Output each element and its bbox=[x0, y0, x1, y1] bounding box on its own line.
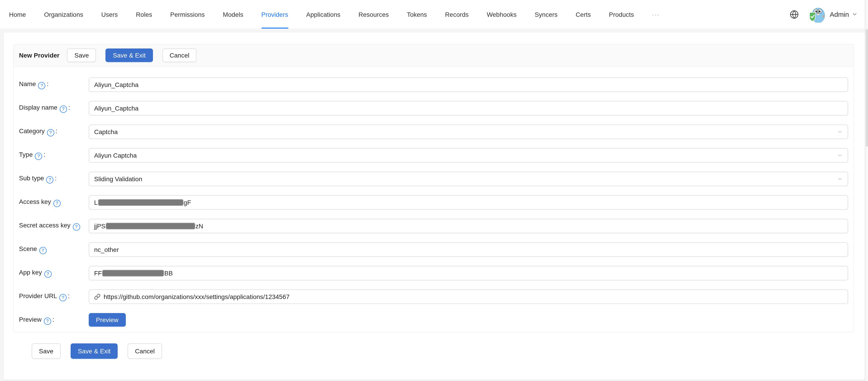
help-icon[interactable]: ? bbox=[60, 106, 67, 113]
top-nav: HomeOrganizationsUsersRolesPermissionsMo… bbox=[0, 0, 865, 29]
panel-body: Name?: Display name?: bbox=[13, 67, 854, 332]
nav-item-applications[interactable]: Applications bbox=[297, 0, 349, 29]
form-row-type: Type?: Aliyun Captcha bbox=[19, 148, 848, 163]
nav-item-products[interactable]: Products bbox=[600, 0, 643, 29]
field-label: Display name bbox=[19, 104, 58, 111]
form-row-preview: Preview?: Preview bbox=[19, 313, 848, 327]
header-cancel-button[interactable]: Cancel bbox=[162, 49, 197, 62]
help-icon[interactable]: ? bbox=[38, 82, 45, 89]
redaction-bar bbox=[102, 270, 164, 276]
nav-item-organizations[interactable]: Organizations bbox=[35, 0, 92, 29]
help-icon[interactable]: ? bbox=[39, 247, 46, 254]
access-key-input[interactable]: LgF bbox=[89, 195, 848, 210]
field-label: Scene bbox=[19, 245, 37, 252]
nav-item-home[interactable]: Home bbox=[0, 0, 35, 29]
help-icon[interactable]: ? bbox=[44, 318, 51, 325]
chevron-down-icon[interactable] bbox=[852, 11, 858, 17]
field-label: Secret access key bbox=[19, 222, 70, 229]
type-select[interactable]: Aliyun Captcha bbox=[89, 148, 848, 163]
language-globe-icon[interactable] bbox=[790, 10, 799, 19]
footer-save-exit-button[interactable]: Save & Exit bbox=[71, 343, 118, 359]
scene-input[interactable] bbox=[89, 242, 848, 257]
form-row-category: Category?: Captcha bbox=[19, 125, 848, 139]
app-key-input[interactable]: FFBB bbox=[89, 266, 848, 281]
redaction-bar bbox=[106, 223, 195, 229]
category-select[interactable]: Captcha bbox=[89, 125, 848, 139]
field-label: Preview bbox=[19, 316, 42, 323]
nav-item-webhooks[interactable]: Webhooks bbox=[478, 0, 526, 29]
link-icon bbox=[94, 294, 100, 300]
footer-actions: Save Save & Exit Cancel bbox=[32, 343, 865, 359]
help-icon[interactable]: ? bbox=[53, 200, 61, 207]
nav-right: Admin bbox=[790, 6, 865, 23]
content-card: New Provider Save Save & Exit Cancel Nam… bbox=[4, 33, 865, 380]
nav-item-more[interactable]: ··· bbox=[643, 0, 669, 29]
field-label: Access key bbox=[19, 198, 51, 205]
nav-item-models[interactable]: Models bbox=[214, 0, 252, 29]
preview-button[interactable]: Preview bbox=[89, 313, 126, 327]
name-input[interactable] bbox=[89, 78, 848, 92]
provider-url-value: https://github.com/organizations/xxx/set… bbox=[104, 293, 290, 300]
footer-cancel-button[interactable]: Cancel bbox=[128, 343, 162, 359]
form-row-display-name: Display name?: bbox=[19, 101, 848, 116]
help-icon[interactable]: ? bbox=[46, 176, 54, 183]
select-value: Aliyun Captcha bbox=[94, 152, 137, 159]
nav-item-roles[interactable]: Roles bbox=[127, 0, 161, 29]
nav-item-resources[interactable]: Resources bbox=[349, 0, 398, 29]
nav-item-syncers[interactable]: Syncers bbox=[526, 0, 567, 29]
user-menu-label[interactable]: Admin bbox=[830, 10, 849, 18]
field-label: Category bbox=[19, 127, 45, 135]
provider-url-input[interactable]: https://github.com/organizations/xxx/set… bbox=[89, 290, 848, 304]
header-save-exit-button[interactable]: Save & Exit bbox=[106, 49, 153, 62]
form-row-sub-type: Sub type?: Sliding Validation bbox=[19, 172, 848, 186]
form-row-access-key: Access key? LgF bbox=[19, 195, 848, 210]
help-icon[interactable]: ? bbox=[59, 294, 66, 301]
field-label: Provider URL bbox=[19, 292, 57, 299]
form-row-name: Name?: bbox=[19, 78, 848, 92]
field-label: App key bbox=[19, 269, 42, 276]
form-row-provider-url: Provider URL?: https://github.com/organi… bbox=[19, 290, 848, 304]
panel-header: New Provider Save Save & Exit Cancel bbox=[13, 45, 854, 67]
sub-type-select[interactable]: Sliding Validation bbox=[89, 172, 848, 186]
nav-item-permissions[interactable]: Permissions bbox=[161, 0, 214, 29]
help-icon[interactable]: ? bbox=[35, 153, 42, 160]
new-provider-panel: New Provider Save Save & Exit Cancel Nam… bbox=[13, 44, 854, 332]
nav-item-users[interactable]: Users bbox=[92, 0, 127, 29]
form-row-secret-access-key: Secret access key? jjPSzN bbox=[19, 219, 848, 233]
help-icon[interactable]: ? bbox=[47, 129, 54, 136]
field-label: Type bbox=[19, 151, 33, 158]
main-menu: HomeOrganizationsUsersRolesPermissionsMo… bbox=[0, 0, 669, 29]
chevron-down-icon bbox=[837, 153, 843, 158]
casdoor-app: HomeOrganizationsUsersRolesPermissionsMo… bbox=[0, 0, 868, 381]
chevron-down-icon bbox=[837, 176, 843, 182]
select-value: Captcha bbox=[94, 128, 118, 136]
form-row-app-key: App key? FFBB bbox=[19, 266, 848, 281]
redaction-bar bbox=[98, 199, 183, 206]
chevron-down-icon bbox=[837, 129, 843, 135]
form-row-scene: Scene? bbox=[19, 242, 848, 257]
avatar[interactable] bbox=[809, 6, 825, 23]
scrollbar-track[interactable] bbox=[865, 0, 868, 381]
nav-item-providers[interactable]: Providers bbox=[252, 0, 297, 29]
help-icon[interactable]: ? bbox=[44, 270, 51, 278]
scrollbar-thumb[interactable] bbox=[866, 29, 868, 147]
nav-item-records[interactable]: Records bbox=[436, 0, 478, 29]
help-icon[interactable]: ? bbox=[73, 223, 80, 231]
footer-save-button[interactable]: Save bbox=[32, 343, 61, 359]
display-name-input[interactable] bbox=[89, 101, 848, 116]
page-title: New Provider bbox=[19, 52, 60, 59]
nav-item-certs[interactable]: Certs bbox=[567, 0, 600, 29]
secret-access-key-input[interactable]: jjPSzN bbox=[89, 219, 848, 233]
field-label: Sub type bbox=[19, 174, 44, 182]
field-label: Name bbox=[19, 80, 36, 87]
nav-item-tokens[interactable]: Tokens bbox=[398, 0, 436, 29]
select-value: Sliding Validation bbox=[94, 175, 142, 182]
header-save-button[interactable]: Save bbox=[67, 49, 96, 62]
